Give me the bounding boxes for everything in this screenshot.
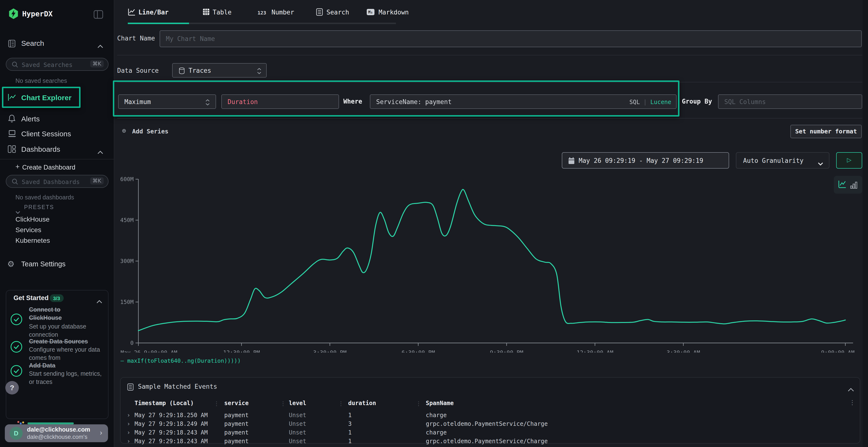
sidebar-item-alerts[interactable]: Alerts xyxy=(21,115,40,123)
svg-text:0: 0 xyxy=(130,340,133,346)
row-expand-chevron[interactable]: › xyxy=(127,412,134,419)
legend-series-label: maxIf(toFloat640..ng(Duration))))) xyxy=(127,357,241,364)
user-menu[interactable]: D dale@clickhouse.com dale@clickhouse.co… xyxy=(5,424,108,442)
avatar: D xyxy=(10,427,23,440)
group-by-input[interactable]: SQL Columns xyxy=(718,94,862,109)
tab-markdown[interactable]: Markdown xyxy=(378,9,409,16)
tab-search[interactable]: Search xyxy=(327,9,349,16)
cell-spanname: grpc.oteldemo.PaymentService/Charge xyxy=(426,420,855,427)
preset-clickhouse[interactable]: ClickHouse xyxy=(16,215,50,223)
sidebar-section-search[interactable]: Search xyxy=(21,39,44,47)
saved-searches-placeholder: Saved Searches xyxy=(22,61,72,68)
tab-underline-track xyxy=(189,23,396,24)
sidebar-item-client-sessions[interactable]: Client Sessions xyxy=(21,130,71,138)
tab-number[interactable]: Number xyxy=(272,9,294,16)
cell-spanname: charge xyxy=(426,429,855,436)
cell-duration: 1 xyxy=(348,412,426,419)
data-source-select[interactable]: Traces xyxy=(172,63,267,77)
cell-spanname: charge xyxy=(426,412,855,419)
events-title: Sample Matched Events xyxy=(138,383,217,390)
data-source-value: Traces xyxy=(189,67,211,74)
chart-svg[interactable]: 0150M300M450M600MMay 26 9:00:00 AM12:30:… xyxy=(116,173,863,353)
overflow-menu-icon[interactable]: ⋮ xyxy=(849,399,856,406)
where-value: ServiceName: payment xyxy=(376,98,452,105)
tab-line-bar[interactable]: Line/Bar xyxy=(138,9,168,16)
cell-level: Unset xyxy=(289,438,348,445)
events-header-row: Timestamp (Local) service level duration… xyxy=(121,399,855,408)
chevron-up-icon[interactable] xyxy=(97,41,103,50)
scroll-gutter[interactable] xyxy=(863,0,868,447)
tab-table[interactable]: Table xyxy=(213,9,231,16)
get-started-item-title: Connect to ClickHouse xyxy=(29,306,88,322)
row-expand-chevron[interactable]: › xyxy=(127,438,134,445)
select-chevrons-icon xyxy=(257,67,261,76)
col-handle-icon[interactable]: ⋮ xyxy=(416,400,422,407)
get-started-title: Get Started xyxy=(13,294,49,302)
field-value: Duration xyxy=(227,98,258,105)
lucene-toggle[interactable]: Lucene xyxy=(650,99,671,105)
table-row[interactable]: › May 27 9:29:18.250 AM payment Unset 1 … xyxy=(121,411,855,419)
table-tab-icon xyxy=(203,8,210,18)
active-tab-underline xyxy=(128,23,189,24)
set-number-format-button[interactable]: Set number format xyxy=(790,125,862,138)
field-input[interactable]: Duration xyxy=(221,94,339,109)
create-dashboard-button[interactable]: Create Dashboard xyxy=(22,164,75,171)
help-button[interactable]: ? xyxy=(5,381,19,394)
plus-icon: + xyxy=(16,162,20,171)
cell-timestamp: May 27 9:29:18.249 AM xyxy=(134,420,224,427)
date-range-input[interactable]: May 26 09:29:19 - May 27 09:29:19 xyxy=(562,152,729,169)
col-handle-icon[interactable]: ⋮ xyxy=(338,400,344,407)
col-handle-icon[interactable]: ⋮ xyxy=(280,400,286,407)
chevron-right-icon: › xyxy=(100,428,102,437)
svg-text:6:30:00 PM: 6:30:00 PM xyxy=(401,349,435,353)
col-handle-icon[interactable]: ⋮ xyxy=(214,400,219,407)
chart-name-label: Chart Name xyxy=(117,35,155,42)
chevron-up-icon[interactable] xyxy=(96,297,102,305)
granularity-select[interactable]: Auto Granularity xyxy=(736,152,830,169)
cell-timestamp: May 27 9:29:18.243 AM xyxy=(134,429,224,436)
aggregation-select[interactable]: Maximum xyxy=(118,94,216,109)
col-service[interactable]: service xyxy=(224,400,289,407)
col-duration[interactable]: duration xyxy=(348,400,426,407)
check-circle-icon xyxy=(10,341,23,355)
sidebar-item-dashboards[interactable]: Dashboards xyxy=(21,145,60,153)
where-input[interactable]: ServiceName: payment SQL | Lucene xyxy=(370,94,677,109)
presets-header[interactable]: PRESETS xyxy=(24,204,54,210)
svg-text:9:30:00 PM: 9:30:00 PM xyxy=(490,349,523,353)
sql-toggle[interactable]: SQL xyxy=(629,99,640,105)
chevron-up-icon[interactable] xyxy=(97,147,103,156)
chart-name-input[interactable]: My Chart Name xyxy=(160,30,862,47)
svg-text:3:30:00 PM: 3:30:00 PM xyxy=(313,349,346,353)
add-series-button[interactable]: Add Series xyxy=(132,128,168,135)
col-timestamp[interactable]: Timestamp (Local) xyxy=(134,400,224,407)
row-expand-chevron[interactable]: › xyxy=(127,420,134,427)
sample-matched-events-card: Sample Matched Events Timestamp (Local) … xyxy=(120,377,860,444)
sidebar-item-team-settings[interactable]: Team Settings xyxy=(21,260,66,268)
dashboards-icon xyxy=(8,145,16,155)
saved-dashboards-input[interactable]: Saved Dashboards ⌘K xyxy=(6,175,108,188)
row-expand-chevron[interactable]: › xyxy=(127,429,134,436)
cell-service: payment xyxy=(224,420,289,427)
table-row[interactable]: › May 27 9:29:18.249 AM payment Unset 3 … xyxy=(121,419,855,428)
cell-spanname: grpc.oteldemo.PaymentService/Charge xyxy=(426,438,855,445)
query-language-toggle[interactable]: SQL | Lucene xyxy=(629,99,672,105)
chevron-up-icon[interactable] xyxy=(848,385,854,393)
run-query-button[interactable]: ▷ xyxy=(836,152,862,169)
preset-kubernetes[interactable]: Kubernetes xyxy=(16,237,50,244)
cell-service: payment xyxy=(224,429,289,436)
collapse-sidebar-button[interactable] xyxy=(94,10,103,21)
svg-text:150M: 150M xyxy=(120,299,133,305)
sidebar-item-chart-explorer[interactable]: Chart Explorer xyxy=(21,94,71,102)
svg-text:450M: 450M xyxy=(120,217,133,223)
no-saved-searches-text: No saved searches xyxy=(16,77,67,84)
table-row[interactable]: › May 27 9:29:18.243 AM payment Unset 1 … xyxy=(121,428,855,437)
cell-timestamp: May 27 9:29:18.250 AM xyxy=(134,412,224,419)
preset-services[interactable]: Services xyxy=(16,226,41,234)
col-spanname[interactable]: SpanName xyxy=(426,400,855,407)
user-email: dale@clickhouse.com xyxy=(27,426,90,433)
svg-text:3:30:00 AM: 3:30:00 AM xyxy=(667,349,700,353)
check-circle-icon xyxy=(10,365,23,379)
table-row[interactable]: › May 27 9:29:18.243 AM payment Unset 1 … xyxy=(121,437,855,446)
chevron-down-icon[interactable] xyxy=(16,207,20,216)
saved-searches-input[interactable]: Saved Searches ⌘K xyxy=(6,58,108,71)
